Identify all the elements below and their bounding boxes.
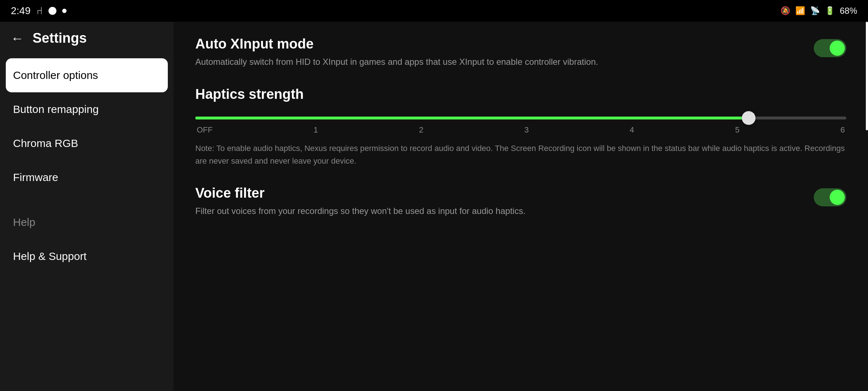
- signal-icon: 📶: [795, 6, 805, 16]
- haptics-label-off: OFF: [197, 125, 213, 135]
- haptics-slider-fill: [195, 117, 749, 119]
- haptics-label-4: 4: [630, 125, 634, 135]
- sidebar-help-label: Help: [0, 205, 174, 239]
- voice-filter-toggle-knob: [830, 190, 845, 205]
- battery-icon: 🔋: [825, 6, 835, 16]
- sidebar: ← Settings Controller options Button rem…: [0, 22, 174, 391]
- voice-filter-info: Voice filter Filter out voices from your…: [195, 185, 814, 218]
- haptics-slider-container: OFF 1 2 3 4 5 6: [195, 117, 846, 135]
- auto-xinput-toggle[interactable]: [814, 39, 846, 57]
- back-button[interactable]: ←: [11, 31, 24, 46]
- voice-filter-row: Voice filter Filter out voices from your…: [195, 185, 846, 218]
- battery-percent: 68%: [840, 6, 857, 16]
- status-bar: 2:49 ⑁ 🔕 📶 📡 🔋 68%: [0, 0, 868, 22]
- sidebar-nav: Controller options Button remapping Chro…: [0, 55, 174, 391]
- haptics-label-3: 3: [524, 125, 529, 135]
- sidebar-item-chroma-rgb[interactable]: Chroma RGB: [0, 126, 174, 160]
- voice-filter-desc: Filter out voices from your recordings s…: [195, 205, 799, 218]
- auto-xinput-info: Auto XInput mode Automatically switch fr…: [195, 36, 814, 68]
- haptics-slider-labels: OFF 1 2 3 4 5 6: [195, 125, 846, 135]
- haptics-slider-knob: [742, 111, 756, 125]
- mute-icon: 🔕: [780, 6, 790, 16]
- sidebar-title: Settings: [33, 30, 87, 46]
- sidebar-header: ← Settings: [0, 22, 174, 55]
- voice-filter-section: Voice filter Filter out voices from your…: [195, 185, 846, 218]
- haptics-label-6: 6: [841, 125, 845, 135]
- auto-xinput-title: Auto XInput mode: [195, 36, 799, 52]
- haptics-section: Haptics strength OFF 1 2 3 4 5 6 Note: [195, 87, 846, 167]
- auto-xinput-section: Auto XInput mode Automatically switch fr…: [195, 36, 846, 68]
- auto-xinput-desc: Automatically switch from HID to XInput …: [195, 55, 799, 68]
- sidebar-item-help-support[interactable]: Help & Support: [0, 239, 174, 273]
- dot-icon: [62, 9, 67, 13]
- voice-filter-toggle[interactable]: [814, 188, 846, 206]
- haptics-title: Haptics strength: [195, 87, 846, 102]
- auto-xinput-toggle-knob: [830, 41, 845, 56]
- main-container: ← Settings Controller options Button rem…: [0, 22, 868, 391]
- wifi-icon: 📡: [810, 6, 820, 16]
- sidebar-item-button-remapping[interactable]: Button remapping: [0, 92, 174, 126]
- auto-xinput-row: Auto XInput mode Automatically switch fr…: [195, 36, 846, 68]
- voice-filter-toggle-container: [814, 188, 846, 206]
- voice-filter-title: Voice filter: [195, 185, 799, 201]
- haptics-note: Note: To enable audio haptics, Nexus req…: [195, 142, 846, 167]
- haptics-slider-track[interactable]: [195, 117, 846, 119]
- auto-xinput-toggle-container: [814, 39, 846, 57]
- content-area: Auto XInput mode Automatically switch fr…: [174, 22, 868, 391]
- sidebar-item-controller-options[interactable]: Controller options: [6, 58, 168, 92]
- sidebar-item-firmware[interactable]: Firmware: [0, 160, 174, 194]
- scrollbar-track[interactable]: [865, 22, 868, 391]
- circle-icon: [48, 7, 56, 15]
- haptics-label-1: 1: [314, 125, 318, 135]
- haptics-label-5: 5: [735, 125, 739, 135]
- haptics-label-2: 2: [419, 125, 423, 135]
- scrollbar-thumb: [866, 22, 868, 130]
- status-time: 2:49: [11, 5, 31, 17]
- bluetooth-icon: ⑁: [37, 5, 43, 17]
- status-left: 2:49 ⑁: [11, 5, 67, 17]
- status-right: 🔕 📶 📡 🔋 68%: [780, 6, 857, 16]
